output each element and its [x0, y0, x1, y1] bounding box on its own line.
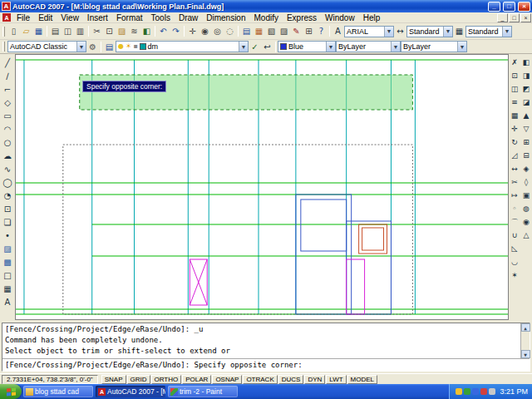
minimize-button[interactable]: _ [488, 2, 500, 12]
make-object-layer-current-icon[interactable]: ✓ [249, 41, 261, 52]
dim-style-combo[interactable]: Standard ▼ [406, 26, 453, 37]
workspace-settings-icon[interactable]: ⚙ [86, 41, 99, 52]
revcloud-icon[interactable]: ☁ [1, 149, 14, 162]
menu-tools[interactable]: Tools [147, 13, 175, 22]
right-tool-icon[interactable]: ⊞ [521, 135, 532, 149]
menu-file[interactable]: File [12, 13, 34, 22]
menu-help[interactable]: Help [359, 13, 385, 22]
layer-properties-manager-icon[interactable]: ▤ [103, 41, 116, 52]
toolbar-grip[interactable] [2, 27, 5, 37]
maximize-button[interactable]: □ [503, 2, 515, 12]
layer-thaw-icon[interactable]: ☀ [126, 43, 131, 50]
tray-icon[interactable] [456, 388, 462, 395]
menu-dimension[interactable]: Dimension [202, 13, 249, 22]
stretch-icon[interactable]: ↔ [510, 162, 520, 175]
status-ducs[interactable]: DUCS [278, 375, 304, 384]
command-history[interactable]: [Fence/Crossing/Project/Edge/eRase/Undo]… [2, 323, 520, 358]
save-icon[interactable]: ▦ [32, 25, 45, 38]
chevron-down-icon[interactable]: ▼ [239, 42, 248, 52]
publish-icon[interactable]: ▥ [74, 25, 86, 38]
right-tool-icon[interactable]: ◊ [521, 175, 532, 189]
move-icon[interactable]: ✛ [510, 122, 520, 135]
right-tool-icon[interactable]: ◍ [521, 202, 532, 215]
plot-preview-icon[interactable]: ◫ [62, 25, 74, 38]
gradient-icon[interactable]: ▩ [1, 255, 14, 268]
right-tool-icon[interactable]: ◨ [521, 69, 532, 82]
menu-insert[interactable]: Insert [83, 13, 112, 22]
status-osnap[interactable]: OSNAP [212, 375, 242, 384]
menu-window[interactable]: Window [321, 13, 359, 22]
command-scrollbar[interactable]: ▲ ▼ [520, 323, 530, 358]
redo-icon[interactable]: ↷ [170, 25, 182, 38]
polyline-icon[interactable]: ⌐ [1, 82, 14, 96]
hatch-icon[interactable]: ▨ [1, 242, 14, 255]
chevron-down-icon[interactable]: ▼ [326, 42, 335, 52]
mtext-icon[interactable]: A [1, 295, 14, 308]
status-lwt[interactable]: LWT [326, 375, 346, 384]
trim-icon[interactable]: ✂ [510, 175, 520, 189]
copy-object-icon[interactable]: ⊡ [510, 69, 520, 82]
copy-clip-icon[interactable]: ⊡ [103, 25, 116, 38]
paste-icon[interactable]: ▨ [116, 25, 128, 38]
workspace-combo[interactable]: AutoCAD Classic ▼ [7, 41, 86, 52]
block-editor-icon[interactable]: ◧ [140, 25, 153, 38]
chevron-down-icon[interactable]: ▼ [443, 27, 452, 37]
tray-icon[interactable] [480, 388, 487, 395]
fillet-icon[interactable]: ◡ [510, 255, 520, 268]
linetype-combo[interactable]: ByLayer ▼ [336, 41, 401, 52]
circle-icon[interactable]: ○ [1, 135, 14, 149]
status-otrack[interactable]: OTRACK [243, 375, 277, 384]
doc-minimize-button[interactable]: _ [497, 13, 508, 22]
right-tool-icon[interactable]: ◧ [521, 56, 532, 69]
taskbar-task[interactable]: AAutoCAD 2007 - [M:\... [96, 386, 165, 397]
right-tool-icon[interactable]: ◉ [521, 215, 532, 229]
arc-icon[interactable]: ◠ [1, 122, 14, 135]
scale-icon[interactable]: ◿ [510, 149, 520, 162]
cad-drawing[interactable] [16, 55, 508, 319]
scroll-up-icon[interactable]: ▲ [521, 323, 530, 332]
region-icon[interactable]: □ [1, 268, 14, 282]
chevron-down-icon[interactable]: ▼ [391, 42, 400, 52]
taskbar-task[interactable]: trim -2 - Paint [168, 386, 238, 397]
tool-palettes-icon[interactable]: ▧ [265, 25, 278, 38]
point-icon[interactable]: • [1, 229, 14, 242]
status-grid[interactable]: GRID [127, 375, 150, 384]
make-block-icon[interactable]: ❏ [1, 215, 14, 229]
layer-previous-icon[interactable]: ↩ [261, 41, 273, 52]
tray-icon[interactable] [464, 388, 470, 395]
join-icon[interactable]: ∪ [510, 229, 520, 242]
markup-icon[interactable]: ✎ [290, 25, 303, 38]
right-tool-icon[interactable]: ◩ [521, 82, 532, 96]
rotate-icon[interactable]: ↻ [510, 135, 520, 149]
status-polar[interactable]: POLAR [182, 375, 211, 384]
explode-icon[interactable]: ✶ [510, 268, 520, 282]
status-ortho[interactable]: ORTHO [151, 375, 182, 384]
zoom-window-icon[interactable]: ◎ [211, 25, 224, 38]
offset-icon[interactable]: ≡ [510, 96, 520, 109]
layer-color-swatch[interactable] [140, 43, 146, 50]
menu-modify[interactable]: Modify [250, 13, 283, 22]
doc-close-button[interactable]: × [520, 13, 531, 22]
menu-format[interactable]: Format [112, 13, 147, 22]
tray-icon[interactable] [472, 388, 479, 395]
color-combo[interactable]: Blue ▼ [278, 41, 336, 52]
close-button[interactable]: × [518, 2, 530, 12]
mirror-icon[interactable]: ◫ [510, 82, 520, 96]
ellipse-icon[interactable]: ◯ [1, 175, 14, 189]
table-icon[interactable]: ▦ [1, 282, 14, 295]
rectangle-icon[interactable]: ▭ [1, 109, 14, 122]
drawing-canvas[interactable]: Specify opposite corner: [15, 54, 509, 320]
right-tool-icon[interactable]: ▽ [521, 122, 532, 135]
undo-icon[interactable]: ↶ [157, 25, 170, 38]
pan-icon[interactable]: ✛ [186, 25, 199, 38]
break-icon[interactable]: ⌒ [510, 215, 520, 229]
ellipse-arc-icon[interactable]: ◔ [1, 189, 14, 202]
cut-icon[interactable]: ✂ [91, 25, 103, 38]
extend-icon[interactable]: ↦ [510, 189, 520, 202]
status-model[interactable]: MODEL [347, 375, 377, 384]
right-tool-icon[interactable]: △ [521, 229, 532, 242]
doc-restore-button[interactable]: □ [509, 13, 520, 22]
line-icon[interactable]: ╱ [1, 56, 14, 69]
designcenter-icon[interactable]: ▦ [253, 25, 265, 38]
erase-icon[interactable]: ✗ [510, 56, 520, 69]
